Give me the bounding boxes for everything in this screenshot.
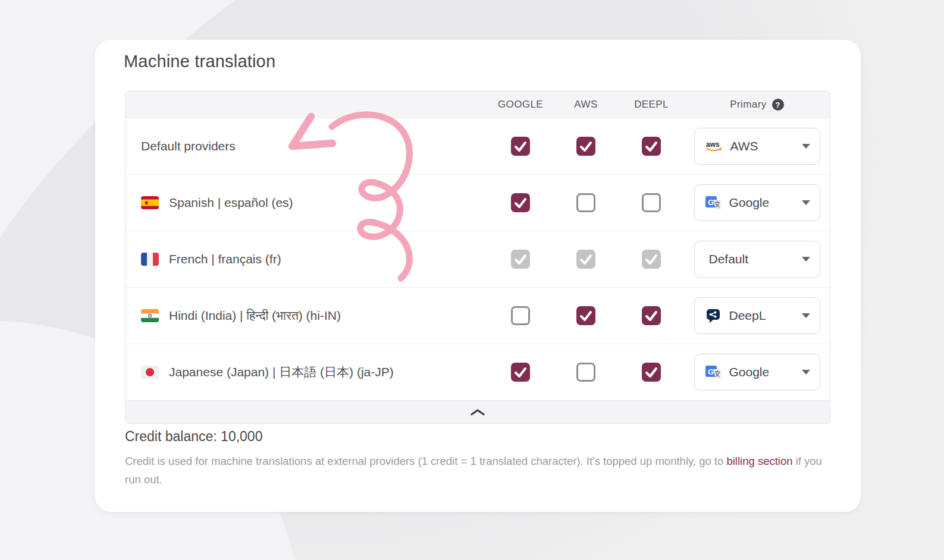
svg-text:aws: aws bbox=[706, 140, 720, 149]
checkbox-google-french bbox=[511, 250, 530, 269]
checkbox-deepl-french bbox=[642, 250, 661, 269]
chevron-down-icon bbox=[802, 313, 810, 319]
row-label: French | français (fr) bbox=[169, 252, 281, 266]
dropdown-value: AWS bbox=[730, 139, 758, 153]
credit-balance-heading: Credit balance: 10,000 bbox=[125, 429, 834, 445]
checkbox-google-default[interactable] bbox=[511, 137, 530, 156]
aws-icon: aws bbox=[705, 140, 722, 153]
table-header-row: GOOGLE AWS DEEPL Primary ? bbox=[126, 92, 830, 118]
check-icon bbox=[576, 250, 595, 269]
check-icon bbox=[511, 363, 530, 382]
checkbox-aws-hindi[interactable] bbox=[576, 306, 595, 325]
checkbox-deepl-spanish[interactable] bbox=[642, 193, 661, 212]
page-background: Machine translation GOOGLE AWS DEEPL Pri… bbox=[0, 0, 944, 560]
providers-table: GOOGLE AWS DEEPL Primary ? Default provi… bbox=[125, 91, 830, 424]
check-icon bbox=[511, 250, 530, 269]
check-icon bbox=[642, 250, 661, 269]
help-icon[interactable]: ? bbox=[772, 99, 784, 111]
credit-section: Credit balance: 10,000 Credit is used fo… bbox=[125, 429, 834, 489]
check-icon bbox=[576, 306, 595, 325]
checkbox-aws-spanish[interactable] bbox=[576, 193, 595, 212]
credit-description-part1: Credit is used for machine translations … bbox=[125, 455, 723, 467]
checkbox-aws-default[interactable] bbox=[576, 137, 595, 156]
column-header-primary-label: Primary bbox=[730, 99, 766, 111]
checkbox-google-hindi[interactable] bbox=[511, 306, 530, 325]
chevron-down-icon bbox=[802, 370, 810, 375]
table-row-default-providers: Default providers aws AWS bbox=[126, 118, 830, 174]
dropdown-value: Google bbox=[729, 365, 770, 379]
chevron-down-icon bbox=[802, 257, 810, 262]
column-header-aws: AWS bbox=[553, 99, 619, 111]
deepl-icon bbox=[705, 308, 721, 323]
check-icon bbox=[642, 363, 661, 382]
table-row-spanish: Spanish | español (es) G bbox=[126, 174, 830, 231]
primary-provider-dropdown-french[interactable]: Default bbox=[694, 241, 820, 278]
dropdown-value: Default bbox=[709, 252, 749, 266]
checkbox-aws-french bbox=[576, 250, 595, 269]
primary-provider-dropdown-japanese[interactable]: G Google bbox=[694, 354, 820, 391]
table-row-hindi: Hindi (India) | हिन्दी (भारत) (hi-IN) bbox=[126, 287, 830, 344]
check-icon bbox=[642, 137, 661, 156]
japan-flag-icon bbox=[141, 366, 159, 379]
check-icon bbox=[511, 137, 530, 156]
checkbox-deepl-hindi[interactable] bbox=[642, 306, 661, 325]
check-icon bbox=[511, 193, 530, 212]
svg-text:G: G bbox=[708, 367, 714, 376]
google-translate-icon: G bbox=[705, 196, 721, 210]
dropdown-value: Google bbox=[729, 196, 770, 210]
checkbox-deepl-japanese[interactable] bbox=[642, 363, 661, 382]
svg-text:G: G bbox=[708, 198, 714, 207]
column-header-deepl: DEEPL bbox=[619, 99, 684, 111]
column-header-primary: Primary ? bbox=[684, 99, 830, 111]
india-flag-icon bbox=[141, 309, 159, 322]
chevron-down-icon bbox=[802, 200, 810, 206]
row-label: Hindi (India) | हिन्दी (भारत) (hi-IN) bbox=[169, 309, 341, 323]
check-icon bbox=[642, 306, 661, 325]
primary-provider-dropdown-hindi[interactable]: DeepL bbox=[694, 297, 820, 334]
column-header-google: GOOGLE bbox=[488, 99, 553, 111]
page-title: Machine translation bbox=[124, 52, 275, 71]
row-label: Japanese (Japan) | 日本語 (日本) (ja-JP) bbox=[169, 364, 394, 380]
dropdown-value: DeepL bbox=[729, 309, 766, 323]
checkbox-google-japanese[interactable] bbox=[511, 363, 530, 382]
primary-provider-dropdown-default[interactable]: aws AWS bbox=[694, 128, 820, 165]
checkbox-deepl-default[interactable] bbox=[642, 137, 661, 156]
checkbox-aws-japanese[interactable] bbox=[576, 363, 595, 382]
spain-flag-icon bbox=[141, 196, 159, 209]
checkbox-google-spanish[interactable] bbox=[511, 193, 530, 212]
google-translate-icon: G bbox=[705, 365, 721, 379]
chevron-down-icon bbox=[802, 144, 810, 149]
table-row-japanese: Japanese (Japan) | 日本語 (日本) (ja-JP) G bbox=[126, 344, 830, 400]
chevron-up-icon bbox=[471, 409, 485, 416]
row-label: Default providers bbox=[141, 139, 236, 153]
credit-description: Credit is used for machine translations … bbox=[125, 452, 834, 489]
row-label: Spanish | español (es) bbox=[169, 196, 293, 210]
collapse-button[interactable] bbox=[126, 400, 830, 423]
machine-translation-card: Machine translation GOOGLE AWS DEEPL Pri… bbox=[95, 40, 861, 512]
primary-provider-dropdown-spanish[interactable]: G Google bbox=[694, 184, 820, 221]
table-row-french: French | français (fr) Default bbox=[126, 231, 830, 287]
billing-section-link[interactable]: billing section bbox=[726, 455, 792, 467]
france-flag-icon bbox=[141, 253, 159, 266]
check-icon bbox=[576, 137, 595, 156]
